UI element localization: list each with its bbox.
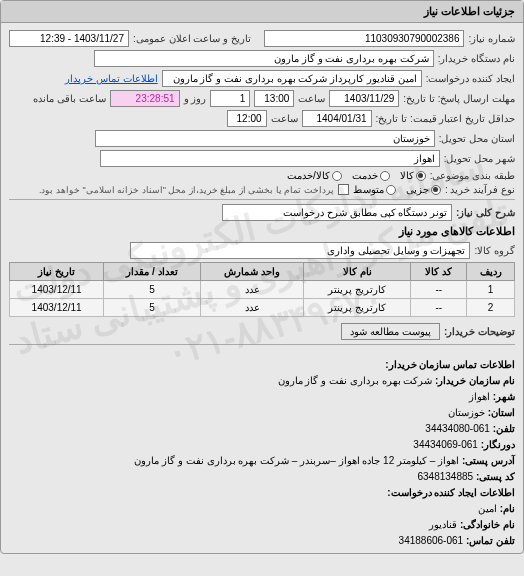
- radio-dot-icon: [332, 171, 342, 181]
- postal-code-label: کد پستی:: [476, 471, 515, 482]
- subject-class-label: طبقه بندی موضوعی:: [430, 170, 515, 181]
- city2-label: شهر:: [493, 391, 515, 402]
- validity-date-field: 1404/01/31: [302, 110, 372, 127]
- lname-value: قنادیور: [429, 519, 457, 530]
- contact-info-block: اطلاعات تماس سازمان خریدار: نام سازمان خ…: [1, 353, 523, 553]
- fname-value: امین: [478, 503, 497, 514]
- province-label: استان محل تحویل:: [439, 133, 515, 144]
- province2-label: استان:: [488, 407, 515, 418]
- cell: کارتریج پرینتر: [304, 299, 411, 317]
- postal-addr-value: اهواز – کیلومتر 12 جاده اهواز –سربندر – …: [134, 455, 459, 466]
- deadline-time-field: 13:00: [254, 90, 294, 107]
- city-field: اهواز: [100, 150, 440, 167]
- province2-value: خوزستان: [448, 407, 485, 418]
- postal-addr-label: آدرس پستی:: [462, 455, 515, 466]
- radio-dot-icon: [380, 171, 390, 181]
- cell: کارتریج پرینتر: [304, 281, 411, 299]
- table-header-row: ردیف کد کالا نام کالا واحد شمارش تعداد /…: [10, 263, 515, 281]
- panel-header: جزئیات اطلاعات نیاز: [1, 1, 523, 23]
- days-remain-field: 1: [210, 90, 250, 107]
- radio-service[interactable]: خدمت: [352, 170, 390, 181]
- items-title: اطلاعات کالاهای مورد نیاز: [9, 225, 515, 238]
- separator: [9, 199, 515, 200]
- cell: 5: [104, 281, 200, 299]
- radio-dot-icon: [416, 171, 426, 181]
- radio-medium-label: متوسط: [353, 184, 384, 195]
- items-table: ردیف کد کالا نام کالا واحد شمارش تعداد /…: [9, 262, 515, 317]
- cell: --: [411, 281, 467, 299]
- province-field: خوزستان: [95, 130, 435, 147]
- validity-time-field: 12:00: [227, 110, 267, 127]
- group-label: گروه کالا:: [474, 245, 515, 256]
- th-name: نام کالا: [304, 263, 411, 281]
- requester-label: ایجاد کننده درخواست:: [426, 73, 515, 84]
- buyer-org-label: نام دستگاه خریدار:: [438, 53, 515, 64]
- deadline-date-field: 1403/11/29: [329, 90, 399, 107]
- cell: --: [411, 299, 467, 317]
- remaining-label: ساعت باقی مانده: [33, 93, 106, 104]
- cell: 1403/12/11: [10, 281, 104, 299]
- group-field: تجهیزات و وسایل تحصیلی واداری: [130, 242, 470, 259]
- th-qty: تعداد / مقدار: [104, 263, 200, 281]
- fax-label: دورنگار:: [481, 439, 515, 450]
- th-unit: واحد شمارش: [200, 263, 304, 281]
- radio-goods[interactable]: کالا: [400, 170, 426, 181]
- radio-goods-service[interactable]: کالا/خدمت: [287, 170, 342, 181]
- cell: 1: [467, 281, 515, 299]
- need-number-label: شماره نیاز:: [468, 33, 515, 44]
- radio-dot-icon: [431, 185, 441, 195]
- table-row: 1 -- کارتریج پرینتر عدد 5 1403/12/11: [10, 281, 515, 299]
- radio-service-label: خدمت: [352, 170, 378, 181]
- th-index: ردیف: [467, 263, 515, 281]
- attachment-button[interactable]: پیوست مطالعه شود: [341, 323, 440, 340]
- radio-goods-service-label: کالا/خدمت: [287, 170, 330, 181]
- contact-link[interactable]: اطلاعات تماس خریدار: [65, 73, 158, 84]
- creator-phone-value: 061-34188606: [399, 535, 464, 546]
- radio-medium[interactable]: متوسط: [353, 184, 396, 195]
- validity-label: حداقل تاریخ اعتبار قیمت: تا تاریخ:: [376, 113, 515, 124]
- creator-phone-label: تلفن تماس:: [466, 535, 515, 546]
- time-label-2: ساعت: [271, 113, 298, 124]
- radio-minor[interactable]: جزیی: [406, 184, 441, 195]
- lname-label: نام خانوادگی:: [460, 519, 515, 530]
- cell: عدد: [200, 281, 304, 299]
- fax-value: 061-34434069: [413, 439, 478, 450]
- cell: 5: [104, 299, 200, 317]
- radio-dot-icon: [386, 185, 396, 195]
- phone-value: 061-34434080: [425, 423, 490, 434]
- purchase-note: پرداخت تمام یا بخشی از مبلغ خرید،از محل …: [39, 185, 334, 195]
- city2-value: اهواز: [469, 391, 490, 402]
- creator-title: اطلاعات ایجاد کننده درخواست:: [9, 485, 515, 501]
- separator: [9, 344, 515, 345]
- announce-field: 1403/11/27 - 12:39: [9, 30, 129, 47]
- table-row: 2 -- کارتریج پرینتر عدد 5 1403/12/11: [10, 299, 515, 317]
- org-name-label: نام سازمان خریدار:: [435, 375, 515, 386]
- phone-label: تلفن:: [493, 423, 515, 434]
- remaining-time-field: 23:28:51: [110, 90, 180, 107]
- th-code: کد کالا: [411, 263, 467, 281]
- org-name-value: شرکت بهره برداری نفت و گاز مارون: [278, 375, 433, 386]
- buyer-org-field: شرکت بهره برداری نفت و گاز مارون: [94, 50, 434, 67]
- buyer-notes-label: توضیحات خریدار:: [444, 326, 515, 337]
- contact-title: اطلاعات تماس سازمان خریدار:: [9, 357, 515, 373]
- th-date: تاریخ نیاز: [10, 263, 104, 281]
- cell: 1403/12/11: [10, 299, 104, 317]
- radio-minor-label: جزیی: [406, 184, 429, 195]
- time-label-1: ساعت: [298, 93, 325, 104]
- cell: 2: [467, 299, 515, 317]
- need-desc-field: تونر دستگاه کپی مطابق شرح درخواست: [222, 204, 452, 221]
- city-label: شهر محل تحویل:: [444, 153, 515, 164]
- need-number-field: 11030930790002386: [264, 30, 464, 47]
- fname-label: نام:: [500, 503, 515, 514]
- radio-goods-label: کالا: [400, 170, 414, 181]
- requester-field: امین قنادیور کارپرداز شرکت بهره برداری ن…: [162, 70, 422, 87]
- main-panel: جزئیات اطلاعات نیاز شماره نیاز: 11030930…: [0, 0, 524, 554]
- cell: عدد: [200, 299, 304, 317]
- announce-label: تاریخ و ساعت اعلان عمومی:: [133, 33, 251, 44]
- purchase-radio-group: جزیی متوسط: [353, 184, 441, 195]
- treasury-checkbox[interactable]: [338, 184, 349, 195]
- need-desc-label: شرح کلی نیاز:: [456, 207, 515, 218]
- days-label: روز و: [184, 93, 207, 104]
- deadline-send-label: مهلت ارسال پاسخ: تا تاریخ:: [403, 93, 515, 104]
- subject-radio-group: کالا خدمت کالا/خدمت: [287, 170, 426, 181]
